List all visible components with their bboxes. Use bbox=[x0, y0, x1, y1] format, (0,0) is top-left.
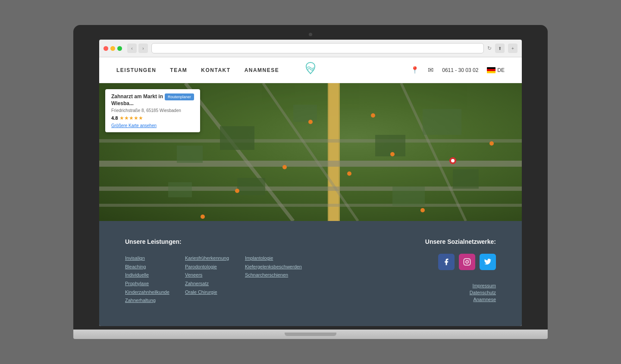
social-icons bbox=[438, 254, 496, 270]
map-larger-link[interactable]: Größere Karte ansehen bbox=[111, 123, 194, 128]
laptop-base bbox=[73, 330, 548, 339]
svg-point-21 bbox=[347, 171, 351, 176]
instagram-icon[interactable] bbox=[459, 254, 475, 270]
footer-impressum[interactable]: Impressum bbox=[473, 283, 496, 288]
leistungen-title: Unsere Leistungen: bbox=[125, 238, 302, 245]
svg-rect-11 bbox=[293, 105, 317, 122]
footer-link-veneers[interactable]: Veneers bbox=[185, 272, 202, 277]
svg-point-19 bbox=[451, 159, 455, 162]
map-card-header: Zahnarzt am Markt in Wiesba... Routenpla… bbox=[111, 93, 194, 107]
stars-row: 4.8 ★★★★★ bbox=[111, 115, 194, 121]
share-button[interactable]: ⬆ bbox=[495, 44, 505, 53]
nav-kontakt[interactable]: KONTAKT bbox=[201, 67, 230, 73]
facebook-icon[interactable] bbox=[438, 254, 455, 270]
stars-icon: ★★★★★ bbox=[119, 115, 143, 121]
nav-leistungen[interactable]: LEISTUNGEN bbox=[116, 67, 156, 73]
flag-icon bbox=[487, 67, 496, 73]
footer-social: Unsere Sozialnetzwerke: bbox=[319, 238, 496, 305]
svg-rect-13 bbox=[423, 109, 461, 135]
footer-link-prophylaxe[interactable]: Individuelle Prophylaxe bbox=[125, 272, 149, 286]
svg-rect-2 bbox=[99, 161, 522, 167]
svg-rect-10 bbox=[220, 126, 254, 150]
screen-bezel: ‹ › ↻ ⬆ + LEISTUNGEN TEAM KONTAKT ANAMNE… bbox=[73, 25, 548, 330]
svg-point-24 bbox=[235, 189, 239, 193]
svg-point-26 bbox=[308, 120, 313, 124]
address-bar[interactable] bbox=[151, 43, 484, 53]
nav-anamnese[interactable]: ANAMNESE bbox=[245, 67, 279, 73]
footer-col3: Implantologie Kiefergelenksbeschwerden S… bbox=[245, 254, 302, 305]
rating-number: 4.8 bbox=[111, 115, 118, 121]
svg-point-25 bbox=[201, 215, 205, 219]
logo[interactable] bbox=[301, 60, 320, 81]
footer-link-invisalign[interactable]: Invisalign bbox=[125, 255, 145, 261]
nav-links: LEISTUNGEN TEAM KONTAKT ANAMNESE bbox=[116, 67, 279, 73]
website: LEISTUNGEN TEAM KONTAKT ANAMNESE 📍 bbox=[99, 57, 522, 326]
svg-point-23 bbox=[420, 208, 425, 212]
footer-link-kiefer[interactable]: Kiefergelenksbeschwerden bbox=[245, 264, 302, 269]
map-info-card: Zahnarzt am Markt in Wiesba... Routenpla… bbox=[105, 89, 200, 132]
footer-link-karies[interactable]: Kariesfrüherkennung bbox=[185, 255, 229, 261]
minimize-button[interactable] bbox=[110, 46, 115, 51]
mail-icon[interactable]: ✉ bbox=[428, 66, 433, 74]
footer-bottom-links: Impressum Datenschutz Anamnese bbox=[470, 283, 496, 302]
social-title: Unsere Sozialnetzwerke: bbox=[425, 238, 496, 245]
back-button[interactable]: ‹ bbox=[127, 44, 137, 53]
laptop-screen: ‹ › ↻ ⬆ + LEISTUNGEN TEAM KONTAKT ANAMNE… bbox=[99, 40, 522, 326]
svg-point-22 bbox=[390, 152, 395, 156]
svg-rect-17 bbox=[392, 187, 425, 206]
svg-point-31 bbox=[468, 260, 469, 261]
routenplaner-button[interactable]: Routenplaner bbox=[165, 93, 194, 100]
laptop-shell: ‹ › ↻ ⬆ + LEISTUNGEN TEAM KONTAKT ANAMNE… bbox=[73, 25, 548, 339]
twitter-icon[interactable] bbox=[480, 254, 496, 270]
nav-team[interactable]: TEAM bbox=[170, 67, 187, 73]
svg-point-30 bbox=[466, 261, 468, 263]
svg-rect-14 bbox=[453, 169, 479, 189]
laptop-notch bbox=[285, 333, 336, 336]
footer-link-bleaching[interactable]: Bleaching bbox=[125, 264, 146, 269]
footer-link-parodon[interactable]: Parodontologie bbox=[185, 264, 217, 269]
svg-rect-4 bbox=[99, 139, 522, 143]
svg-rect-15 bbox=[168, 182, 192, 197]
refresh-button[interactable]: ↻ bbox=[487, 45, 492, 51]
footer-link-zahnersatz[interactable]: Zahnersatz bbox=[185, 281, 209, 286]
map-place-title: Zahnarzt am Markt in Wiesba... bbox=[111, 93, 165, 107]
navbar: LEISTUNGEN TEAM KONTAKT ANAMNESE 📍 bbox=[99, 57, 522, 83]
svg-rect-9 bbox=[177, 146, 203, 163]
footer-col2: Kariesfrüherkennung Parodontologie Venee… bbox=[185, 254, 232, 305]
svg-rect-29 bbox=[464, 259, 470, 265]
footer-leistungen: Unsere Leistungen: Invisalign Bleaching … bbox=[125, 238, 302, 305]
footer-links-grid: Invisalign Bleaching Individuelle Prophy… bbox=[125, 254, 302, 305]
footer-datenschutz[interactable]: Datenschutz bbox=[470, 290, 496, 295]
bookmarks-button[interactable]: + bbox=[508, 44, 518, 53]
footer-grid: Unsere Leistungen: Invisalign Bleaching … bbox=[125, 238, 496, 305]
browser-nav: ‹ › bbox=[127, 44, 148, 53]
footer-link-implanto[interactable]: Implantologie bbox=[245, 255, 273, 261]
footer-link-kinderzahn[interactable]: Kinderzahnheilkunde bbox=[125, 289, 169, 295]
forward-button[interactable]: › bbox=[138, 44, 148, 53]
language-selector[interactable]: DE bbox=[487, 67, 505, 73]
svg-point-27 bbox=[371, 113, 375, 118]
footer: Unsere Leistungen: Invisalign Bleaching … bbox=[99, 221, 522, 326]
footer-col1: Invisalign Bleaching Individuelle Prophy… bbox=[125, 254, 172, 305]
maximize-button[interactable] bbox=[117, 46, 122, 51]
close-button[interactable] bbox=[104, 46, 108, 51]
phone-number: 0611 - 30 03 02 bbox=[442, 67, 478, 73]
svg-point-20 bbox=[282, 165, 287, 169]
footer-anamnese[interactable]: Anamnese bbox=[473, 297, 496, 302]
svg-rect-12 bbox=[375, 135, 405, 156]
svg-rect-1 bbox=[329, 83, 339, 221]
footer-link-schnarcher[interactable]: Schnarcherschienen bbox=[245, 272, 288, 277]
footer-link-zahnerhaltung[interactable]: Zahnerhaltung bbox=[125, 298, 156, 303]
map-container[interactable]: Zahnarzt am Markt in Wiesba... Routenpla… bbox=[99, 83, 522, 221]
footer-link-orale[interactable]: Orale Chirurgie bbox=[185, 289, 217, 295]
location-icon[interactable]: 📍 bbox=[411, 66, 419, 74]
traffic-lights bbox=[104, 46, 122, 51]
nav-right: 📍 ✉ 0611 - 30 03 02 DE bbox=[411, 66, 505, 74]
browser-chrome: ‹ › ↻ ⬆ + bbox=[99, 40, 522, 57]
language-label: DE bbox=[497, 67, 505, 73]
svg-point-28 bbox=[489, 141, 494, 146]
svg-rect-16 bbox=[237, 178, 265, 195]
camera bbox=[309, 33, 312, 36]
map-address: Friedrichstraße 8, 65185 Wiesbaden bbox=[111, 108, 194, 113]
